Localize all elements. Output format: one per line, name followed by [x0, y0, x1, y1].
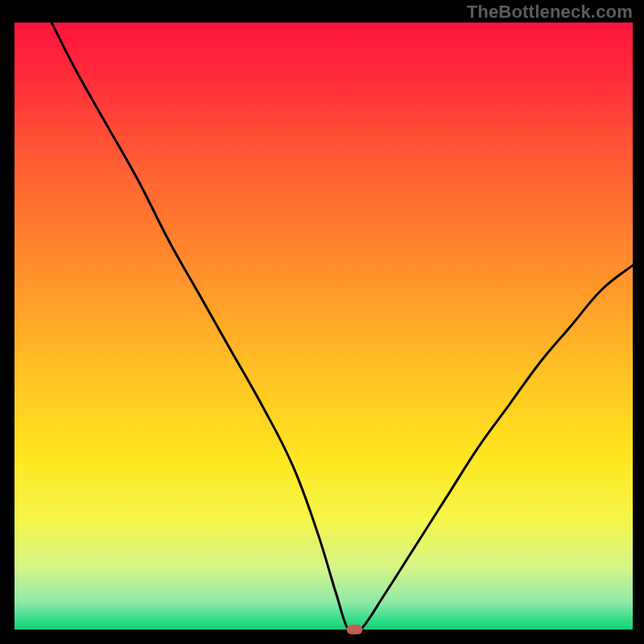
bottleneck-chart: [0, 0, 644, 644]
plot-background: [14, 23, 633, 630]
min-marker: [346, 625, 362, 634]
watermark-text: TheBottleneck.com: [467, 2, 633, 23]
chart-stage: TheBottleneck.com: [0, 0, 644, 644]
